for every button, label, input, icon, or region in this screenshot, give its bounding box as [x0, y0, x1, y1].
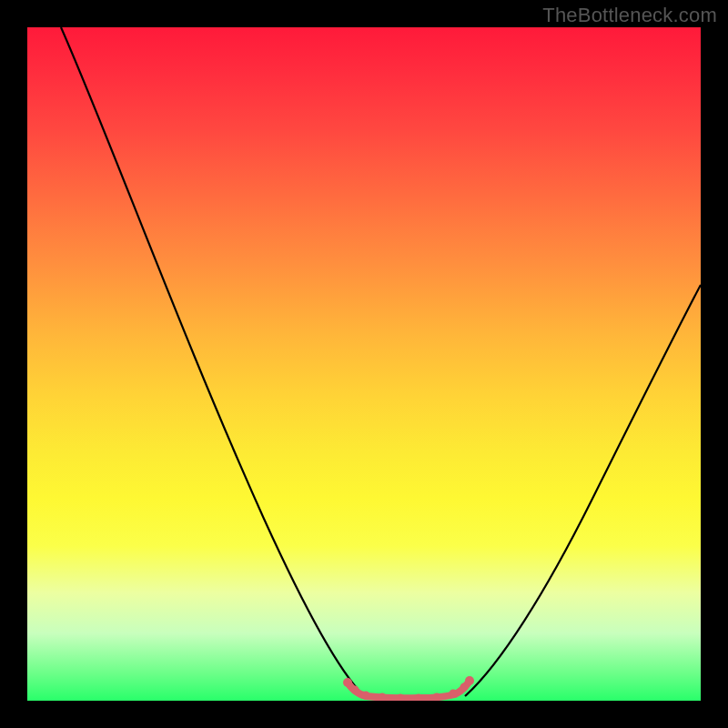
curve-layer	[27, 27, 701, 701]
right-curve	[465, 285, 701, 696]
left-curve	[61, 27, 364, 696]
svg-point-0	[343, 678, 352, 687]
watermark-text: TheBottleneck.com	[542, 4, 717, 27]
plot-area	[27, 27, 701, 701]
chart-frame: TheBottleneck.com	[0, 0, 728, 728]
svg-point-9	[465, 676, 474, 685]
svg-point-7	[450, 690, 458, 698]
svg-point-1	[351, 686, 359, 694]
svg-point-2	[362, 692, 370, 700]
